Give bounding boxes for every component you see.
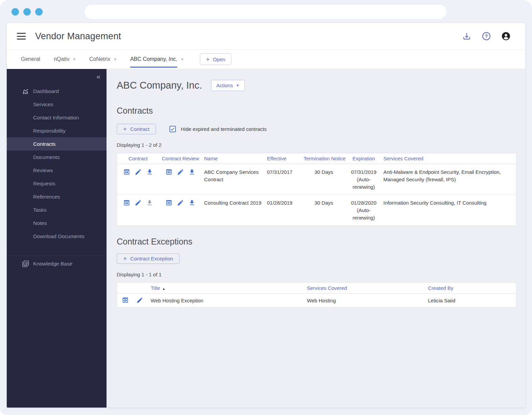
- view-contract-review-button[interactable]: [165, 199, 172, 206]
- window-control-dot[interactable]: [35, 8, 43, 16]
- add-contract-exception-button[interactable]: + Contract Exception: [117, 253, 180, 264]
- sidebar-item-download-documents[interactable]: Download Documents: [7, 230, 107, 243]
- exceptions-section-title: Contract Exceptions: [117, 237, 516, 247]
- account-icon[interactable]: [502, 32, 510, 41]
- add-contract-button[interactable]: + Contract: [117, 124, 156, 134]
- address-bar[interactable]: [85, 5, 446, 19]
- exceptions-displaying-count: Displaying 1 - 1 of 1: [117, 272, 516, 277]
- sidebar-item-contracts[interactable]: Contracts: [7, 137, 107, 151]
- sidebar-item-knowledge-base[interactable]: Knowledge Base: [7, 256, 107, 271]
- plus-icon: +: [206, 56, 210, 63]
- view-contract-button[interactable]: [123, 168, 130, 176]
- sidebar-item-reviews[interactable]: Reviews: [7, 164, 107, 177]
- actions-button[interactable]: Actions ▼: [211, 80, 245, 91]
- table-row: ABC Company Services Contract 07/31/2017…: [117, 164, 516, 195]
- exception-created-by: Leticia Saiid: [425, 293, 516, 307]
- exceptions-table-header: Title▲ Services Covered Created By: [117, 282, 516, 293]
- contract-expiration: 07/31/2019 (Auto-renewing): [347, 164, 381, 195]
- column-name[interactable]: Name: [202, 153, 264, 164]
- contract-termination: 30 Days: [301, 195, 347, 226]
- page-title: ABC Company, Inc.: [117, 80, 202, 91]
- contract-expiration: 01/28/2020 (Auto-renewing): [347, 195, 381, 226]
- contract-termination: 30 Days: [301, 164, 347, 195]
- sidebar-item-notes[interactable]: Notes: [7, 216, 107, 230]
- contract-effective: 01/28/2019: [264, 195, 301, 226]
- contract-name: Consulting Contract 2019: [202, 195, 264, 226]
- plus-icon: +: [123, 255, 127, 262]
- sidebar-item-references[interactable]: References: [7, 190, 107, 203]
- sort-ascending-icon: ▲: [162, 287, 165, 291]
- contracts-section-title: Contracts: [117, 106, 516, 116]
- close-tab-icon[interactable]: ×: [181, 56, 184, 62]
- download-contract-review-button[interactable]: [188, 199, 195, 206]
- svg-text:?: ?: [485, 33, 488, 39]
- exception-services: Web Hosting: [304, 293, 425, 307]
- chevron-down-icon: ▼: [236, 84, 239, 87]
- download-icon[interactable]: [462, 32, 471, 41]
- collapse-sidebar-icon[interactable]: «: [96, 72, 100, 80]
- column-contract[interactable]: Contract: [117, 153, 159, 164]
- main-content: ABC Company, Inc. Actions ▼ Contracts + …: [107, 69, 525, 408]
- contract-effective: 07/31/2017: [264, 164, 301, 195]
- contract-name: ABC Company Services Contract: [202, 164, 264, 195]
- app-title: Vendor Management: [35, 31, 121, 42]
- tab-abc-company[interactable]: ABC Company, Inc. ×: [123, 50, 190, 69]
- edit-contract-review-button[interactable]: [177, 199, 184, 206]
- app-window: Vendor Management ?: [7, 23, 525, 408]
- exception-title: Web Hosting Exception: [148, 293, 304, 307]
- close-tab-icon[interactable]: ×: [73, 56, 76, 62]
- tab-general[interactable]: General: [14, 50, 47, 69]
- column-services-covered[interactable]: Services Covered: [304, 282, 425, 293]
- edit-exception-button[interactable]: [136, 297, 143, 304]
- column-contract-review[interactable]: Contract Review: [159, 153, 202, 164]
- column-title[interactable]: Title▲: [148, 282, 304, 293]
- app-header: Vendor Management ?: [7, 23, 525, 49]
- window-control-dot[interactable]: [23, 8, 31, 16]
- tab-nqativ[interactable]: nQativ ×: [47, 50, 83, 69]
- download-contract-button[interactable]: [146, 168, 153, 176]
- tab-conetrix[interactable]: CoNetrix ×: [83, 50, 123, 69]
- contracts-table-header: Contract Contract Review Name Effective …: [117, 153, 516, 164]
- sidebar-item-services[interactable]: Services: [7, 98, 107, 111]
- browser-chrome: Vendor Management ?: [0, 0, 532, 415]
- edit-contract-button[interactable]: [135, 199, 142, 206]
- view-contract-review-button[interactable]: [165, 168, 172, 176]
- contracts-table: Contract Contract Review Name Effective …: [117, 153, 516, 226]
- sidebar-item-requests[interactable]: Requests: [7, 177, 107, 190]
- dashboard-icon: [22, 87, 30, 95]
- sidebar-item-contact-information[interactable]: Contact Information: [7, 111, 107, 124]
- window-control-dot[interactable]: [11, 8, 19, 16]
- hide-expired-label: Hide expired and terminated contracts: [181, 126, 267, 132]
- column-created-by[interactable]: Created By: [425, 282, 516, 293]
- open-tab-button[interactable]: + Open: [200, 53, 231, 65]
- menu-icon[interactable]: [17, 33, 26, 40]
- column-services-covered[interactable]: Services Covered: [381, 153, 516, 164]
- sidebar-item-dashboard[interactable]: Dashboard: [7, 85, 107, 98]
- view-contract-button[interactable]: [123, 199, 130, 206]
- contracts-displaying-count: Displaying 1 - 2 of 2: [117, 142, 516, 148]
- edit-contract-button[interactable]: [135, 168, 142, 176]
- column-termination-notice[interactable]: Termination Notice: [301, 153, 347, 164]
- sidebar-item-documents[interactable]: Documents: [7, 151, 107, 164]
- sidebar: « Dashboard Services Contact I: [7, 69, 107, 408]
- contract-services: Information Security Consulting, IT Cons…: [381, 195, 516, 226]
- contract-services: Anti-Malware & Endpoint Security, Email …: [381, 164, 516, 195]
- download-contract-button: [146, 199, 153, 206]
- hide-expired-checkbox-row[interactable]: Hide expired and terminated contracts: [169, 126, 267, 132]
- edit-contract-review-button[interactable]: [177, 168, 184, 176]
- column-expiration[interactable]: Expiration: [347, 153, 381, 164]
- table-row: Consulting Contract 2019 01/28/2019 30 D…: [117, 195, 516, 226]
- knowledge-base-icon: [22, 260, 29, 268]
- hide-expired-checkbox[interactable]: [169, 126, 176, 132]
- help-icon[interactable]: ?: [482, 32, 491, 41]
- plus-icon: +: [123, 126, 127, 132]
- close-tab-icon[interactable]: ×: [114, 56, 117, 62]
- download-contract-review-button[interactable]: [188, 168, 195, 176]
- tab-bar: General nQativ × CoNetrix × ABC Company,…: [7, 49, 525, 69]
- column-actions: [117, 282, 148, 293]
- column-effective[interactable]: Effective: [264, 153, 301, 164]
- exceptions-table: Title▲ Services Covered Created By Web H…: [117, 282, 516, 308]
- view-exception-button[interactable]: [122, 297, 129, 304]
- sidebar-item-tasks[interactable]: Tasks: [7, 203, 107, 216]
- sidebar-item-responsibility[interactable]: Responsibility: [7, 124, 107, 137]
